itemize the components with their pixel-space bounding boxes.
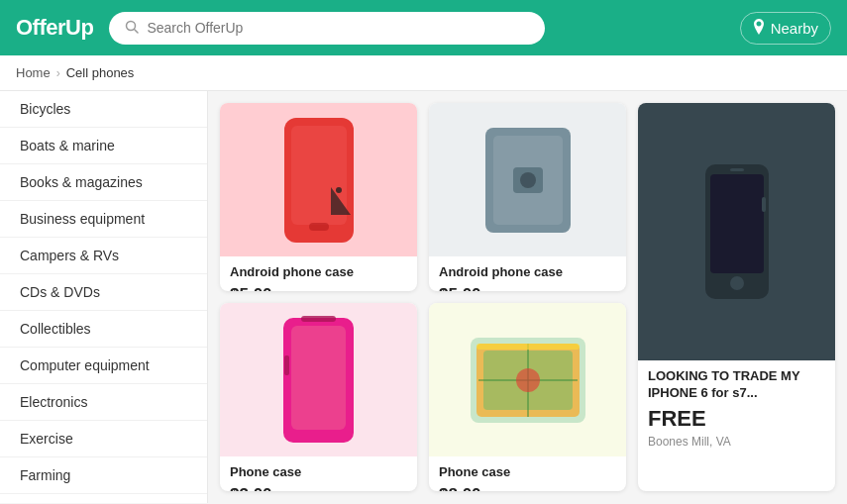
product-card-p2[interactable]: Android phone case$5.00Roanoke, VA (429, 103, 626, 291)
product-info-p2: Android phone case$5.00Roanoke, VA (429, 256, 626, 291)
svg-rect-12 (710, 174, 764, 273)
products-grid: Android phone case$5.00Roanoke, VA Andro… (208, 91, 847, 503)
sidebar-item-6[interactable]: Collectibles (0, 311, 207, 348)
sidebar-item-8[interactable]: Electronics (0, 384, 207, 421)
svg-rect-18 (301, 316, 336, 322)
product-info-p5: Phone case$8.00Roanoke, VA (429, 456, 626, 491)
product-title-p1: Android phone case (230, 264, 407, 281)
product-title-p4: Phone case (230, 464, 407, 481)
svg-rect-15 (762, 197, 766, 212)
product-title-p3: LOOKING TO TRADE MY IPHONE 6 for s7... (648, 368, 825, 402)
svg-point-6 (336, 187, 342, 193)
product-info-p1: Android phone case$5.00Roanoke, VA (220, 256, 417, 291)
sidebar-item-9[interactable]: Exercise (0, 421, 207, 457)
sidebar-item-7[interactable]: Computer equipment (0, 348, 207, 384)
svg-rect-17 (291, 326, 346, 430)
product-price-p1: $5.00 (230, 285, 407, 291)
logo: OfferUp (16, 15, 93, 41)
product-price-p2: $5.00 (439, 285, 616, 291)
location-button[interactable]: Nearby (740, 12, 831, 45)
product-image-p5 (429, 303, 626, 456)
svg-point-10 (520, 172, 536, 188)
breadcrumb: Home › Cell phones (0, 55, 847, 91)
sidebar-item-4[interactable]: Campers & RVs (0, 238, 207, 274)
product-image-p4 (220, 303, 417, 456)
sidebar-item-3[interactable]: Business equipment (0, 201, 207, 238)
svg-point-25 (516, 368, 540, 392)
product-info-p3: LOOKING TO TRADE MY IPHONE 6 for s7...FR… (638, 360, 835, 458)
sidebar: BicyclesBoats & marineBooks & magazinesB… (0, 91, 208, 503)
product-title-p2: Android phone case (439, 264, 616, 281)
search-bar[interactable] (109, 12, 545, 45)
breadcrumb-home[interactable]: Home (16, 65, 51, 80)
search-input[interactable] (147, 20, 529, 36)
breadcrumb-current: Cell phones (66, 65, 135, 80)
breadcrumb-separator: › (56, 66, 60, 80)
product-card-p3[interactable]: LOOKING TO TRADE MY IPHONE 6 for s7...FR… (638, 103, 835, 491)
product-location-p3: Boones Mill, VA (648, 435, 825, 449)
sidebar-item-1[interactable]: Boats & marine (0, 128, 207, 164)
svg-rect-26 (476, 344, 580, 350)
location-pin-icon (753, 19, 765, 38)
svg-point-13 (730, 276, 744, 290)
product-image-p2 (429, 103, 626, 256)
product-image-p3 (638, 103, 835, 360)
sidebar-item-5[interactable]: CDs & DVDs (0, 274, 207, 311)
product-price-p5: $8.00 (439, 485, 616, 491)
sidebar-item-0[interactable]: Bicycles (0, 91, 207, 128)
product-info-p4: Phone case$3.00Roanoke, VA (220, 456, 417, 491)
product-price-p4: $3.00 (230, 485, 407, 491)
main-layout: BicyclesBoats & marineBooks & magazinesB… (0, 91, 847, 503)
product-image-p1 (220, 103, 417, 256)
svg-rect-19 (284, 355, 289, 375)
header: OfferUp Nearby (0, 0, 847, 55)
location-label: Nearby (771, 20, 818, 37)
svg-rect-4 (309, 223, 329, 231)
product-price-p3: FREE (648, 406, 825, 432)
svg-line-1 (135, 29, 139, 33)
search-icon (125, 20, 139, 37)
svg-rect-14 (730, 168, 744, 171)
product-card-p4[interactable]: Phone case$3.00Roanoke, VA (220, 303, 417, 491)
sidebar-item-10[interactable]: Farming (0, 457, 207, 494)
sidebar-item-2[interactable]: Books & magazines (0, 164, 207, 201)
product-card-p1[interactable]: Android phone case$5.00Roanoke, VA (220, 103, 417, 291)
product-card-p5[interactable]: Phone case$8.00Roanoke, VA (429, 303, 626, 491)
sidebar-item-11[interactable]: Free (0, 494, 207, 503)
product-title-p5: Phone case (439, 464, 616, 481)
